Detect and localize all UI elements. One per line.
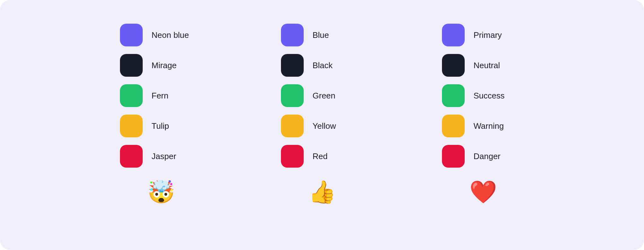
color-swatch-green — [120, 84, 143, 107]
swatch-row: Neutral — [442, 54, 524, 77]
swatch-label: Warning — [474, 121, 524, 131]
swatch-label: Yellow — [313, 121, 363, 131]
naming-column-literal: Blue Black Green Yellow Red 👍 — [281, 24, 363, 203]
swatch-row: Mirage — [120, 54, 202, 77]
swatch-label: Blue — [313, 30, 363, 40]
swatch-label: Jasper — [152, 152, 202, 161]
color-swatch-red — [281, 145, 304, 168]
swatch-label: Primary — [474, 30, 524, 40]
swatch-row: Primary — [442, 24, 524, 46]
swatch-label: Success — [474, 91, 524, 101]
color-naming-comparison: Neon blue Mirage Fern Tulip Jasper 🤯 — [0, 0, 644, 250]
swatch-row: Black — [281, 54, 363, 77]
color-swatch-blue — [120, 24, 143, 46]
thumbs-up-icon: 👍 — [308, 181, 336, 203]
swatch-label: Neutral — [474, 61, 524, 70]
swatch-label: Fern — [152, 91, 202, 101]
swatch-row: Fern — [120, 84, 202, 107]
swatch-list: Blue Black Green Yellow Red — [281, 24, 363, 168]
swatch-row: Jasper — [120, 145, 202, 168]
swatch-row: Green — [281, 84, 363, 107]
swatch-label: Green — [313, 91, 363, 101]
swatch-row: Red — [281, 145, 363, 168]
color-swatch-yellow — [281, 115, 304, 137]
swatch-label: Mirage — [152, 61, 202, 70]
color-swatch-green — [442, 84, 465, 107]
heart-icon: ❤️ — [469, 181, 497, 203]
naming-column-creative: Neon blue Mirage Fern Tulip Jasper 🤯 — [120, 24, 202, 203]
swatch-row: Success — [442, 84, 524, 107]
swatch-label: Tulip — [152, 121, 202, 131]
naming-column-semantic: Primary Neutral Success Warning Danger ❤… — [442, 24, 524, 203]
swatch-row: Blue — [281, 24, 363, 46]
color-swatch-red — [120, 145, 143, 168]
swatch-label: Danger — [474, 152, 524, 161]
color-swatch-blue — [442, 24, 465, 46]
swatch-row: Warning — [442, 115, 524, 137]
color-swatch-black — [442, 54, 465, 77]
swatch-label: Neon blue — [152, 30, 202, 40]
swatch-row: Danger — [442, 145, 524, 168]
swatch-list: Neon blue Mirage Fern Tulip Jasper — [120, 24, 202, 168]
swatch-row: Tulip — [120, 115, 202, 137]
exploding-head-icon: 🤯 — [147, 181, 175, 203]
color-swatch-yellow — [442, 115, 465, 137]
swatch-row: Neon blue — [120, 24, 202, 46]
swatch-row: Yellow — [281, 115, 363, 137]
color-swatch-blue — [281, 24, 304, 46]
swatch-label: Black — [313, 61, 363, 70]
color-swatch-yellow — [120, 115, 143, 137]
color-swatch-black — [120, 54, 143, 77]
swatch-list: Primary Neutral Success Warning Danger — [442, 24, 524, 168]
color-swatch-black — [281, 54, 304, 77]
swatch-label: Red — [313, 152, 363, 161]
color-swatch-red — [442, 145, 465, 168]
color-swatch-green — [281, 84, 304, 107]
